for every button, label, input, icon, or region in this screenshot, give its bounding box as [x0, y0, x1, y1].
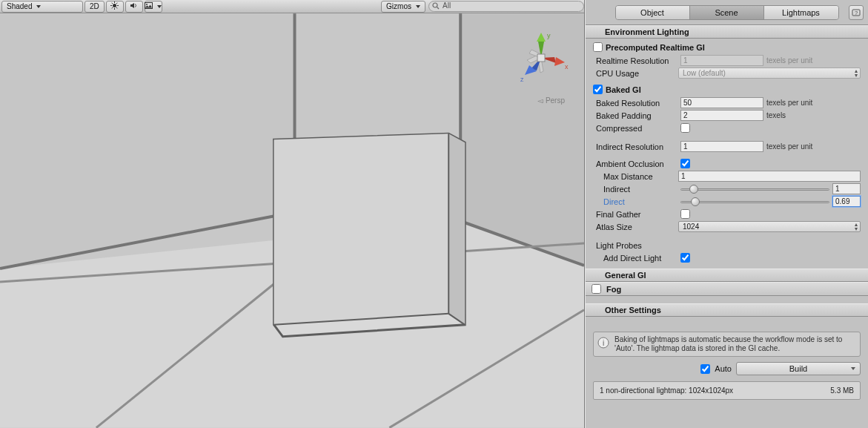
svg-point-0 [113, 4, 116, 7]
svg-marker-27 [448, 134, 465, 325]
svg-line-6 [116, 7, 117, 8]
ao-direct-value[interactable] [832, 196, 861, 207]
view-2d-label: 2D [90, 2, 99, 10]
lighting-toggle[interactable] [106, 1, 124, 13]
ao-max-distance-field[interactable] [678, 171, 861, 182]
compressed-checkbox[interactable] [680, 123, 690, 133]
shading-mode-dropdown[interactable]: Shaded [1, 1, 83, 13]
ao-indirect-label: Indirect [593, 185, 680, 194]
compressed-label: Compressed [593, 124, 680, 133]
baked-padding-unit: texels [766, 111, 786, 119]
cpu-usage-dropdown: Low (default)▴▾ [678, 68, 861, 79]
scene-view-panel: Shaded 2D Gizmos All [0, 0, 585, 428]
help-icon: ? [852, 8, 861, 17]
scene-search[interactable]: All [428, 1, 584, 12]
baked-gi-toggle[interactable]: Baked GI [593, 82, 861, 96]
build-button[interactable]: Build [736, 362, 861, 375]
scene-toolbar: Shaded 2D Gizmos All [0, 0, 584, 13]
svg-line-12 [437, 7, 440, 10]
svg-text:?: ? [855, 10, 858, 16]
section-environment-lighting[interactable]: Environment Lighting [586, 25, 868, 39]
help-button[interactable]: ? [849, 5, 864, 20]
gizmos-label: Gizmos [386, 2, 411, 10]
tab-lightmaps[interactable]: Lightmaps [764, 6, 838, 19]
atlas-size-dropdown[interactable]: 1024▴▾ [678, 221, 861, 232]
auto-label[interactable]: Auto [715, 364, 732, 373]
auto-checkbox[interactable] [700, 364, 710, 374]
svg-marker-26 [274, 134, 449, 325]
speaker-icon [130, 1, 138, 11]
shading-mode-label: Shaded [7, 2, 32, 10]
precomputed-realtime-gi-checkbox[interactable] [593, 42, 603, 52]
ao-indirect-value[interactable] [832, 183, 861, 194]
svg-point-10 [146, 4, 148, 5]
lightmap-size-text: 5.3 MB [830, 386, 854, 395]
svg-line-8 [116, 3, 117, 4]
section-other-settings[interactable]: Other Settings [586, 303, 868, 317]
ao-indirect-slider[interactable] [680, 184, 829, 194]
lightmap-status: 1 non-directional lightmap: 1024x1024px … [593, 381, 861, 400]
sun-icon [110, 1, 119, 11]
final-gather-label: Final Gather [593, 210, 680, 219]
baked-resolution-field[interactable] [680, 97, 763, 108]
svg-point-11 [433, 3, 437, 7]
realtime-resolution-label: Realtime Resolution [593, 56, 680, 65]
scene-render [0, 13, 584, 428]
axis-z-label: z [520, 76, 524, 83]
baked-resolution-unit: texels per unit [766, 99, 812, 107]
indirect-resolution-field[interactable] [680, 141, 763, 152]
final-gather-checkbox[interactable] [680, 209, 690, 219]
atlas-size-label: Atlas Size [593, 223, 678, 231]
ambient-occlusion-checkbox[interactable] [680, 159, 690, 168]
fx-dropdown[interactable] [145, 1, 162, 13]
orientation-gizmo[interactable]: y x z [511, 28, 571, 88]
svg-line-7 [112, 7, 113, 8]
light-probes-label: Light Probes [593, 241, 680, 250]
baked-padding-field[interactable] [680, 110, 763, 121]
add-direct-light-checkbox[interactable] [680, 253, 690, 263]
image-icon [145, 2, 153, 10]
baked-padding-label: Baked Padding [593, 111, 680, 120]
scene-viewport[interactable]: y x z ◅ Persp [0, 13, 584, 428]
build-row: Auto Build [586, 360, 868, 380]
view-2d-toggle[interactable]: 2D [85, 1, 105, 13]
search-icon [432, 2, 440, 10]
projection-label[interactable]: ◅ Persp [537, 96, 565, 105]
realtime-resolution-unit: texels per unit [766, 56, 812, 65]
axis-y-label: y [547, 32, 551, 39]
tab-scene[interactable]: Scene [690, 6, 764, 19]
ambient-occlusion-label: Ambient Occlusion [593, 159, 680, 168]
baked-gi-checkbox[interactable] [593, 85, 603, 94]
info-icon: i [597, 337, 609, 349]
inspector-tabs-row: Object Scene Lightmaps ? [586, 0, 868, 25]
search-placeholder: All [443, 1, 451, 10]
ao-direct-label: Direct [593, 197, 680, 206]
section-fog[interactable]: Fog [586, 282, 868, 296]
svg-marker-35 [537, 33, 546, 42]
indirect-resolution-unit: texels per unit [766, 142, 812, 151]
svg-line-5 [112, 3, 113, 4]
lightmap-status-text: 1 non-directional lightmap: 1024x1024px [600, 386, 733, 395]
svg-text:i: i [603, 339, 604, 347]
realtime-resolution-field [680, 55, 763, 66]
fog-checkbox[interactable] [592, 284, 601, 294]
gizmos-dropdown[interactable]: Gizmos [381, 1, 425, 13]
indirect-resolution-label: Indirect Resolution [593, 142, 680, 151]
ao-direct-slider[interactable] [680, 197, 829, 207]
precomputed-realtime-gi-toggle[interactable]: Precomputed Realtime GI [593, 40, 861, 54]
ao-max-distance-label: Max Distance [593, 172, 678, 181]
svg-rect-40 [537, 54, 545, 62]
lighting-inspector: Object Scene Lightmaps ? Environment Lig… [585, 0, 868, 428]
axis-x-label: x [565, 63, 569, 70]
info-text: Baking of lightmaps is automatic because… [614, 335, 842, 352]
cpu-usage-label: CPU Usage [593, 69, 678, 78]
add-direct-light-label: Add Direct Light [593, 254, 680, 263]
tab-object[interactable]: Object [616, 6, 690, 19]
section-general-gi[interactable]: General GI [586, 269, 868, 282]
info-box: i Baking of lightmaps is automatic becau… [593, 332, 861, 357]
baked-resolution-label: Baked Resolution [593, 99, 680, 108]
svg-marker-37 [554, 57, 565, 66]
audio-toggle[interactable] [125, 1, 143, 13]
